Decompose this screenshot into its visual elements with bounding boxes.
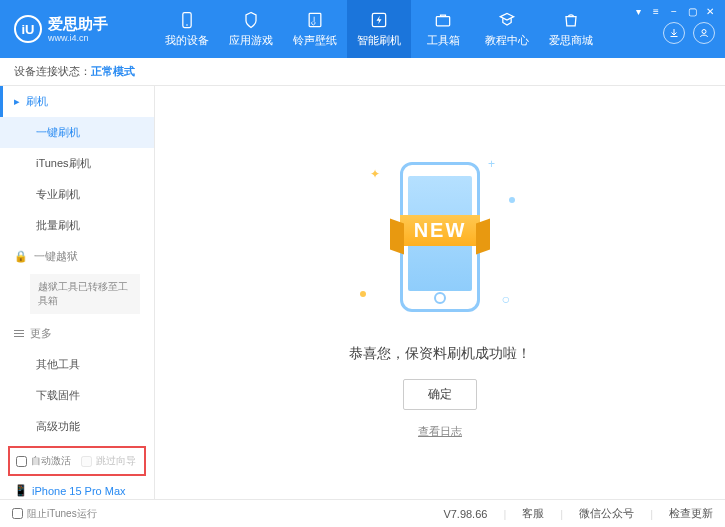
- tutorial-icon: [497, 10, 517, 30]
- skin-icon[interactable]: ▾: [631, 4, 645, 18]
- app-header: iU 爱思助手 www.i4.cn 我的设备 应用游戏 铃声壁纸 智能刷机 工具…: [0, 0, 725, 58]
- footer: 阻止iTunes运行 V7.98.66 | 客服 | 微信公众号 | 检查更新: [0, 499, 725, 527]
- close-icon[interactable]: ✕: [703, 4, 717, 18]
- sidebar-item-other[interactable]: 其他工具: [0, 349, 154, 380]
- more-icon: [14, 330, 24, 337]
- nav-my-device[interactable]: 我的设备: [155, 0, 219, 58]
- sidebar: ▸ 刷机 一键刷机 iTunes刷机 专业刷机 批量刷机 🔒 一键越狱 越狱工具…: [0, 86, 155, 499]
- nav-toolbox[interactable]: 工具箱: [411, 0, 475, 58]
- sidebar-section-more[interactable]: 更多: [0, 318, 154, 349]
- sidebar-section-jailbreak: 🔒 一键越狱: [0, 241, 154, 272]
- sidebar-item-advanced[interactable]: 高级功能: [0, 411, 154, 442]
- device-icon: [177, 10, 197, 30]
- device-info: 📱 iPhone 15 Pro Max 512GB iPhone: [0, 480, 154, 499]
- menu-icon[interactable]: ≡: [649, 4, 663, 18]
- user-icon[interactable]: [693, 22, 715, 44]
- view-log-link[interactable]: 查看日志: [418, 424, 462, 439]
- svg-point-5: [702, 30, 706, 34]
- flash-section-icon: ▸: [14, 95, 20, 108]
- sidebar-item-itunes[interactable]: iTunes刷机: [0, 148, 154, 179]
- sidebar-item-firmware[interactable]: 下载固件: [0, 380, 154, 411]
- svg-point-1: [186, 24, 188, 26]
- nav-store[interactable]: 爱思商城: [539, 0, 603, 58]
- svg-rect-4: [436, 17, 449, 26]
- music-icon: [305, 10, 325, 30]
- status-mode: 正常模式: [91, 64, 135, 79]
- toolbox-icon: [433, 10, 453, 30]
- window-controls: ▾ ≡ − ▢ ✕: [631, 4, 717, 18]
- version-label: V7.98.66: [443, 508, 487, 520]
- sidebar-section-flash[interactable]: ▸ 刷机: [0, 86, 154, 117]
- store-icon: [561, 10, 581, 30]
- body: ▸ 刷机 一键刷机 iTunes刷机 专业刷机 批量刷机 🔒 一键越狱 越狱工具…: [0, 86, 725, 499]
- jailbreak-note: 越狱工具已转移至工具箱: [30, 274, 140, 314]
- nav-flash[interactable]: 智能刷机: [347, 0, 411, 58]
- maximize-icon[interactable]: ▢: [685, 4, 699, 18]
- sidebar-item-batch[interactable]: 批量刷机: [0, 210, 154, 241]
- success-illustration: ✦ + ○ NEW: [340, 147, 540, 327]
- main-content: ✦ + ○ NEW 恭喜您，保资料刷机成功啦！ 确定 查看日志: [155, 86, 725, 499]
- nav-ringtones[interactable]: 铃声壁纸: [283, 0, 347, 58]
- nav-apps[interactable]: 应用游戏: [219, 0, 283, 58]
- header-right: [663, 22, 715, 44]
- download-icon[interactable]: [663, 22, 685, 44]
- logo-icon: iU: [14, 15, 42, 43]
- status-bar: 设备连接状态： 正常模式: [0, 58, 725, 86]
- sidebar-item-oneclick[interactable]: 一键刷机: [0, 117, 154, 148]
- flash-icon: [369, 10, 389, 30]
- block-itunes-checkbox[interactable]: 阻止iTunes运行: [12, 507, 97, 521]
- nav-tutorials[interactable]: 教程中心: [475, 0, 539, 58]
- status-label: 设备连接状态：: [14, 64, 91, 79]
- success-message: 恭喜您，保资料刷机成功啦！: [349, 345, 531, 363]
- confirm-button[interactable]: 确定: [403, 379, 477, 410]
- footer-link-update[interactable]: 检查更新: [669, 506, 713, 521]
- apps-icon: [241, 10, 261, 30]
- device-name[interactable]: 📱 iPhone 15 Pro Max: [14, 484, 140, 497]
- auto-activate-checkbox[interactable]: 自动激活: [16, 454, 71, 468]
- sidebar-options-highlight: 自动激活 跳过向导: [8, 446, 146, 476]
- app-url: www.i4.cn: [48, 33, 108, 43]
- minimize-icon[interactable]: −: [667, 4, 681, 18]
- logo-area: iU 爱思助手 www.i4.cn: [0, 15, 155, 43]
- skip-guide-checkbox[interactable]: 跳过向导: [81, 454, 136, 468]
- new-ribbon: NEW: [400, 215, 481, 246]
- footer-link-wechat[interactable]: 微信公众号: [579, 506, 634, 521]
- phone-icon: 📱: [14, 484, 28, 497]
- footer-link-support[interactable]: 客服: [522, 506, 544, 521]
- lock-icon: 🔒: [14, 250, 28, 263]
- app-name: 爱思助手: [48, 15, 108, 34]
- svg-rect-2: [309, 13, 321, 26]
- sidebar-item-pro[interactable]: 专业刷机: [0, 179, 154, 210]
